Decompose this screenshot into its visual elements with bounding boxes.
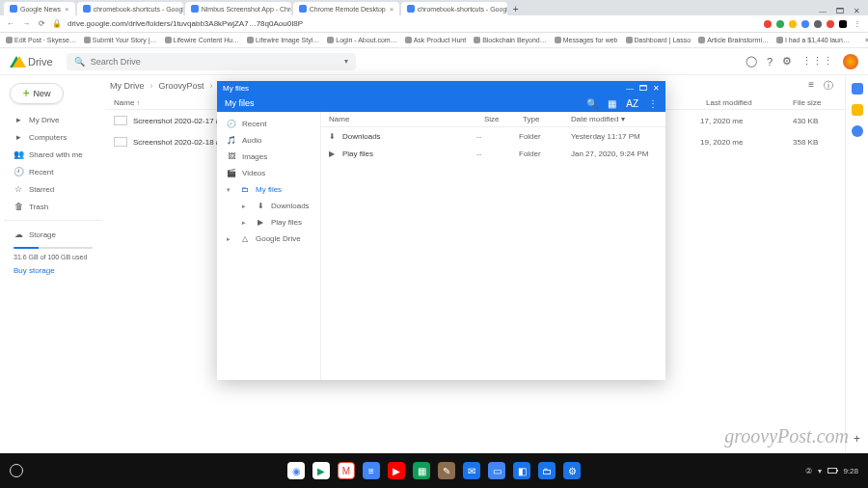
column-date[interactable]: Date modified ▾ (571, 115, 658, 123)
browser-tab-active[interactable]: chromebook-shortcuts - Googl…× (401, 2, 507, 15)
settings-icon[interactable]: ⚙ (782, 55, 792, 68)
window-minimize-icon[interactable]: — (819, 7, 827, 15)
calendar-icon[interactable] (852, 83, 863, 95)
bookmark[interactable]: Lifewire Content Hu… (165, 37, 239, 43)
search-input[interactable]: 🔍 Search Drive ▾ (67, 53, 356, 70)
column-name[interactable]: Name (329, 115, 484, 123)
bookmark[interactable]: Article Brainstormi… (698, 37, 769, 43)
search-icon[interactable]: 🔍 (586, 98, 598, 109)
support-icon[interactable]: ◯ (746, 55, 757, 68)
browser-tab[interactable]: Google News× (4, 2, 75, 15)
bookmark[interactable]: I had a $1,440 laun… (776, 37, 850, 43)
bookmark[interactable]: Login - About.com… (327, 37, 396, 43)
files-sidebar-audio[interactable]: 🎵Audio (217, 132, 320, 149)
bookmark[interactable]: Lifewire Image Styl… (247, 37, 319, 43)
breadcrumb-segment[interactable]: My Drive (110, 81, 145, 91)
ext-icon[interactable] (789, 20, 797, 28)
files-sidebar-gdrive[interactable]: ▸△Google Drive (217, 230, 320, 247)
sort-icon[interactable]: AZ (626, 98, 638, 109)
chevron-right-icon[interactable]: ▸ (227, 235, 234, 243)
breadcrumb-segment[interactable]: GroovyPost (159, 81, 204, 91)
sidebar-item-recent[interactable]: 🕘Recent (4, 164, 102, 179)
files-sidebar-myfiles[interactable]: ▾🗀My files (217, 181, 320, 198)
shelf-app-generic[interactable]: ◧ (513, 462, 530, 479)
chevron-down-icon[interactable]: ▾ (227, 186, 234, 194)
ext-icon[interactable] (801, 20, 809, 28)
chevron-right-icon[interactable]: ▸ (242, 203, 250, 210)
account-avatar[interactable] (843, 54, 858, 69)
address-bar[interactable]: drive.google.com/drive/folders/1tuvqabb3… (68, 19, 758, 28)
window-close-icon[interactable]: ✕ (653, 84, 660, 93)
launcher-button[interactable] (10, 464, 23, 477)
browser-tab[interactable]: chromebook-shortcuts - Googl…× (77, 2, 183, 15)
files-sidebar-recent[interactable]: 🕘Recent (217, 116, 320, 132)
window-close-icon[interactable]: ✕ (854, 7, 860, 15)
keep-icon[interactable] (852, 104, 863, 116)
shelf-app-docs[interactable]: ≡ (363, 462, 380, 479)
ext-icon[interactable] (764, 20, 772, 28)
ext-icon[interactable] (839, 20, 847, 28)
ext-icon[interactable] (776, 20, 784, 28)
shelf-app-youtube[interactable]: ▶ (388, 462, 405, 479)
info-icon[interactable]: ⓘ (824, 79, 833, 93)
column-type[interactable]: Type (523, 115, 571, 123)
reload-icon[interactable]: ⟳ (37, 19, 46, 28)
buy-storage-link[interactable]: Buy storage (4, 266, 102, 275)
more-icon[interactable]: ⋮ (648, 98, 658, 109)
new-button[interactable]: +New (10, 83, 64, 104)
files-row[interactable]: ▶ Play files -- Folder Jan 27, 2020, 9:2… (321, 145, 665, 162)
shelf-app-brush[interactable]: ✎ (438, 462, 455, 479)
shelf-app-gmail[interactable]: M (338, 462, 355, 479)
new-tab-button[interactable]: + (509, 2, 523, 15)
ext-icon[interactable] (827, 20, 834, 28)
shelf-app-sheets[interactable]: ▦ (413, 462, 430, 479)
window-maximize-icon[interactable]: 🗖 (836, 7, 844, 15)
tasks-icon[interactable] (852, 125, 863, 137)
window-minimize-icon[interactable]: — (626, 84, 634, 93)
files-sidebar-images[interactable]: 🖼Images (217, 149, 320, 165)
files-row[interactable]: ⬇ Downloads -- Folder Yesterday 11:17 PM (321, 127, 665, 145)
files-sidebar-downloads[interactable]: ▸⬇Downloads (217, 198, 320, 214)
browser-tab[interactable]: Nimbus Screenshot App - Chro…× (185, 2, 291, 15)
sidebar-item-mydrive[interactable]: ▸My Drive (4, 112, 102, 127)
files-sidebar-playfiles[interactable]: ▸▶Play files (217, 214, 320, 230)
sidebar-item-storage[interactable]: ☁Storage (4, 227, 102, 242)
sidebar-item-shared[interactable]: 👥Shared with me (4, 147, 102, 162)
forward-icon[interactable]: → (21, 19, 31, 28)
window-maximize-icon[interactable]: 🗖 (639, 84, 647, 93)
status-tray[interactable]: ② ▾ 9:28 (805, 467, 858, 475)
files-titlebar[interactable]: My files — 🗖 ✕ (217, 81, 665, 95)
shelf-app-messages[interactable]: ✉ (463, 462, 480, 479)
list-view-icon[interactable]: ≡ (808, 79, 814, 93)
shelf-app-chrome[interactable]: ◉ (287, 462, 305, 479)
column-modified[interactable]: Last modified (706, 98, 793, 107)
shelf-app-settings[interactable]: ⚙ (563, 462, 581, 479)
close-icon[interactable]: × (65, 5, 69, 14)
bookmark[interactable]: Messages for web (555, 37, 618, 43)
sidebar-item-computers[interactable]: ▸Computers (4, 129, 102, 145)
menu-icon[interactable]: ⋮ (853, 19, 862, 28)
drive-logo[interactable]: Drive (10, 56, 53, 68)
bookmark[interactable]: Blockchain Beyond… (474, 37, 547, 43)
back-icon[interactable]: ← (6, 19, 15, 28)
shelf-app-explorer[interactable]: ▭ (488, 462, 505, 479)
close-icon[interactable]: × (390, 5, 394, 14)
bookmark[interactable]: Ask Product Hunt (405, 37, 466, 43)
files-sidebar-videos[interactable]: 🎬Videos (217, 165, 320, 181)
shelf-app-files[interactable]: 🗀 (538, 462, 556, 479)
help-icon[interactable]: ? (767, 56, 773, 68)
bookmark[interactable]: Submit Your Story |… (84, 37, 157, 43)
files-path[interactable]: My files (225, 98, 255, 108)
sidebar-item-trash[interactable]: 🗑Trash (4, 199, 102, 214)
chevron-right-icon[interactable]: ▸ (242, 219, 250, 227)
ext-icon[interactable] (814, 20, 822, 28)
bookmark[interactable]: Dashboard | Lasso (626, 37, 692, 43)
apps-icon[interactable]: ⋮⋮⋮ (801, 55, 833, 68)
browser-tab[interactable]: Chrome Remote Desktop× (293, 2, 399, 15)
sidebar-item-starred[interactable]: ☆Starred (4, 181, 102, 197)
shelf-app-play[interactable]: ▶ (312, 462, 330, 479)
add-addon-icon[interactable]: + (854, 432, 860, 446)
search-options-icon[interactable]: ▾ (344, 57, 348, 66)
bookmark[interactable]: Edit Post · Skyese… (6, 37, 76, 43)
view-toggle-icon[interactable]: ▦ (608, 98, 616, 109)
